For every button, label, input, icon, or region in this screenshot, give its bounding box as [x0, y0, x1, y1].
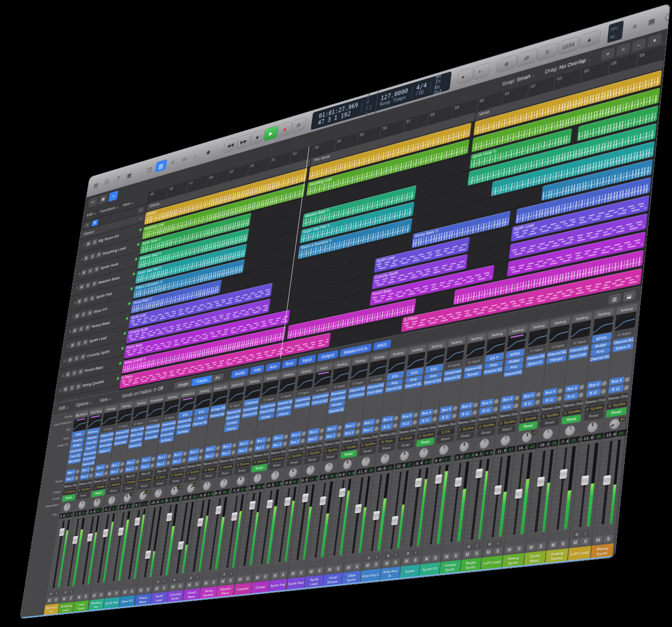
solo-button[interactable]: S [83, 296, 89, 303]
solo-button[interactable]: S [82, 593, 89, 600]
catch-playhead-icon[interactable]: ▣ [98, 193, 108, 205]
record-enable-button[interactable]: R [465, 544, 473, 550]
send-slot[interactable]: B 11 [500, 403, 514, 411]
piano-roll-icon[interactable]: ▭ [178, 152, 190, 166]
fader-cap[interactable] [145, 550, 151, 559]
mute-button[interactable]: M [237, 575, 244, 583]
solo-button[interactable]: S [244, 575, 251, 582]
track-menu-edit[interactable]: Edit ⌄ [87, 210, 97, 218]
send-level-knob[interactable] [301, 431, 306, 436]
solo-button[interactable]: S [451, 552, 460, 560]
mixer-filter-tab-inst[interactable]: Inst [250, 365, 264, 375]
fader-cap[interactable] [581, 475, 589, 486]
mute-button[interactable]: M [170, 583, 177, 590]
mute-button[interactable]: M [81, 269, 87, 276]
mute-button[interactable]: M [364, 562, 372, 570]
solo-button[interactable]: S [315, 567, 323, 574]
mute-button[interactable]: M [74, 312, 80, 319]
mute-button[interactable]: M [549, 541, 558, 549]
fader-cap[interactable] [338, 488, 345, 498]
pan-knob[interactable] [154, 488, 163, 498]
send-level-knob[interactable] [536, 392, 541, 397]
pan-knob[interactable] [220, 479, 228, 489]
pan-knob[interactable] [565, 425, 575, 437]
toolbar-icon[interactable]: ▦ [123, 168, 136, 182]
fader-cap[interactable] [319, 496, 326, 506]
fader-cap[interactable] [249, 501, 256, 510]
send-level-knob[interactable] [578, 392, 584, 397]
pan-knob[interactable] [361, 456, 371, 467]
send-level-knob[interactable] [89, 473, 93, 478]
mixer-icon[interactable]: ▥ [155, 159, 167, 172]
send-level-knob[interactable] [283, 441, 287, 446]
pan-knob[interactable] [342, 460, 352, 470]
send-slot[interactable]: Bus 2 [307, 435, 319, 443]
mixer-menu-options[interactable]: Options ⌄ [75, 400, 93, 408]
fader-cap[interactable] [284, 497, 291, 506]
mute-button[interactable]: M [75, 594, 82, 600]
pan-knob[interactable] [203, 481, 211, 490]
fader-cap[interactable] [178, 541, 184, 550]
mute-button[interactable]: M [79, 284, 85, 291]
send-level-knob[interactable] [232, 443, 237, 447]
pan-knob[interactable] [93, 498, 101, 507]
pan-knob[interactable] [439, 445, 449, 455]
zoom-mode-icon[interactable]: ♦ [648, 33, 662, 47]
pan-knob[interactable] [500, 435, 511, 446]
solo-button[interactable]: S [161, 584, 167, 591]
solo-button[interactable]: S [71, 370, 77, 377]
fader-cap[interactable] [135, 517, 141, 526]
fader-cap[interactable] [475, 468, 483, 478]
mute-button[interactable]: M [526, 543, 535, 552]
mute-button[interactable]: M [571, 538, 581, 547]
send-slot[interactable]: Bus 2 [254, 444, 266, 451]
send-level-knob[interactable] [414, 412, 418, 417]
send-level-knob[interactable] [514, 403, 519, 408]
mute-button[interactable]: M [65, 371, 71, 378]
send-level-knob[interactable] [215, 453, 219, 457]
solo-button[interactable]: S [73, 355, 79, 362]
record-enable-button[interactable]: R [221, 571, 228, 577]
record-enable-button[interactable]: R [91, 280, 97, 287]
solo-mode-button[interactable]: S [537, 43, 558, 62]
record-enable-button[interactable]: R [155, 579, 161, 585]
solo-button[interactable]: S [210, 579, 217, 586]
send-level-knob[interactable] [199, 448, 203, 453]
fader-cap[interactable] [373, 511, 380, 520]
mute-button[interactable]: M [505, 546, 514, 554]
horizontal-zoom-icon[interactable]: ⇔ [632, 38, 646, 52]
solo-button[interactable]: S [431, 554, 440, 562]
mute-button[interactable]: M [442, 553, 451, 561]
solo-button[interactable]: S [89, 253, 95, 260]
send-level-knob[interactable] [337, 432, 341, 437]
fader-cap[interactable] [391, 516, 398, 526]
pan-knob[interactable] [306, 465, 315, 475]
inspector-icon[interactable]: ⓘ [101, 175, 113, 189]
mute-button[interactable]: M [67, 357, 73, 363]
send-slot[interactable]: Bus 2 [237, 447, 249, 454]
mute-button[interactable]: M [91, 592, 98, 599]
fader-cap[interactable] [415, 478, 422, 488]
solo-button[interactable]: S [391, 558, 400, 566]
pan-knob[interactable] [380, 454, 390, 464]
send-level-knob[interactable] [166, 461, 170, 465]
solo-button[interactable]: S [78, 326, 84, 333]
send-level-knob[interactable] [393, 423, 398, 428]
send-level-knob[interactable] [182, 458, 186, 463]
mute-button[interactable]: M [83, 255, 89, 261]
send-level-knob[interactable] [356, 422, 360, 427]
record-enable-button[interactable]: R [171, 577, 177, 583]
fader-cap[interactable] [117, 527, 124, 536]
send-level-knob[interactable] [75, 469, 79, 473]
send-level-knob[interactable] [473, 410, 477, 415]
send-slot[interactable]: B 11 [419, 416, 432, 425]
record-enable-button[interactable]: R [82, 339, 88, 346]
pan-knob[interactable] [587, 422, 598, 434]
send-level-knob[interactable] [318, 435, 323, 440]
send-level-knob[interactable] [320, 428, 324, 433]
input-monitor-button[interactable]: I [194, 574, 200, 580]
mute-button[interactable]: M [307, 567, 315, 575]
fader-cap[interactable] [494, 485, 502, 495]
record-enable-button[interactable]: R [85, 324, 90, 331]
command-click-tool-menu[interactable]: +⌄ [473, 63, 490, 80]
